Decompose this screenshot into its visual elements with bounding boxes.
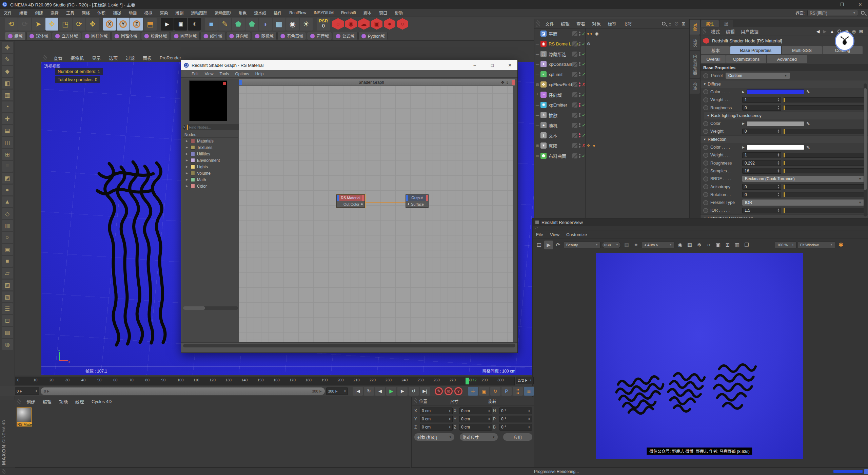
material-menu-item[interactable]: Cycles 4D bbox=[88, 399, 115, 404]
coord-mode-select[interactable]: 对象 (相对)▼ bbox=[414, 433, 454, 441]
field-button[interactable]: ⬤球体域 bbox=[26, 32, 52, 40]
model-tool-icon[interactable]: ✎ bbox=[218, 18, 231, 31]
value-field[interactable]: 0▲▼ bbox=[742, 129, 781, 134]
attribute-section-tab[interactable]: Multi-SSS bbox=[782, 46, 822, 54]
palette-tool-icon[interactable]: ◆ bbox=[2, 66, 13, 77]
param-radio[interactable] bbox=[703, 184, 708, 189]
range-start-field[interactable]: 0 F⬍ bbox=[15, 387, 39, 395]
panel-grip[interactable] bbox=[17, 399, 21, 405]
expand-triangle-icon[interactable]: ▶ bbox=[186, 139, 189, 142]
tool-icon[interactable]: ✥ bbox=[45, 18, 58, 31]
material-menu-item[interactable]: 创建 bbox=[23, 398, 39, 405]
node-category[interactable]: ▶ Volume bbox=[183, 170, 238, 176]
menu-item[interactable]: 运动图形 bbox=[211, 10, 235, 16]
menu-item[interactable]: 捕捉 bbox=[109, 10, 125, 16]
visibility-dots[interactable] bbox=[579, 113, 580, 117]
keying-button[interactable]: ✛ bbox=[468, 387, 478, 396]
tool-icon[interactable]: ✥ bbox=[86, 18, 99, 31]
palette-tool-icon[interactable]: ▦ bbox=[2, 90, 13, 100]
object-manager-menu-item[interactable]: 文件 bbox=[542, 20, 557, 27]
shader-menu-item[interactable]: Options bbox=[232, 72, 252, 76]
attribute-section-tab[interactable]: Base Properties bbox=[730, 46, 781, 54]
object-row[interactable]: — ◪ 平面 ✓ ●● ◉ bbox=[534, 28, 689, 39]
field-button[interactable]: ⬤组域 bbox=[5, 32, 26, 40]
palette-tool-icon[interactable]: ⊟ bbox=[2, 315, 13, 326]
eyedropper-icon[interactable]: ✎ bbox=[806, 145, 810, 150]
value-slider[interactable] bbox=[783, 97, 864, 102]
preview-range-slider[interactable]: 0 F 300 F bbox=[41, 387, 325, 395]
value-slider[interactable] bbox=[783, 153, 864, 158]
home-icon[interactable]: ⌂ bbox=[669, 21, 671, 26]
palette-tool-icon[interactable]: ● bbox=[2, 185, 13, 195]
object-row[interactable]: — T 文本 ✓ bbox=[534, 130, 689, 140]
output-port[interactable] bbox=[361, 203, 363, 205]
rotation-field[interactable]: 0 °⬍ bbox=[499, 424, 532, 431]
color-swatch[interactable] bbox=[747, 89, 804, 94]
expand-toggle[interactable]: ⊟ bbox=[534, 83, 540, 87]
param-radio[interactable] bbox=[703, 176, 708, 182]
expand-toggle[interactable]: — bbox=[534, 134, 540, 137]
minimize-button[interactable]: – bbox=[816, 2, 831, 7]
manager-tab[interactable]: 构造 bbox=[690, 79, 700, 94]
layer-toggle[interactable] bbox=[572, 113, 577, 118]
clear-search-icon[interactable]: ✕ bbox=[183, 125, 186, 130]
object-label[interactable]: 径向域 bbox=[549, 92, 562, 98]
visibility-dots[interactable] bbox=[579, 72, 580, 76]
record-button[interactable]: ✎ bbox=[435, 387, 443, 395]
palette-tool-icon[interactable]: ◩ bbox=[2, 173, 13, 184]
size-field[interactable]: 0 cm⬍ bbox=[459, 424, 492, 431]
object-manager-menu-item[interactable]: 编辑 bbox=[557, 20, 573, 27]
renderview-tool-icon[interactable]: ▤ bbox=[535, 241, 544, 249]
redshift-object-icon[interactable]: ● bbox=[384, 18, 395, 30]
menu-item[interactable]: 选择 bbox=[47, 10, 62, 16]
attribute-section-tab[interactable]: Advanced bbox=[767, 55, 807, 63]
param-radio[interactable] bbox=[703, 168, 708, 173]
transport-button[interactable]: ▶| bbox=[420, 387, 430, 396]
parent-icon[interactable]: ▲ bbox=[830, 29, 834, 34]
menu-item[interactable]: 文件 bbox=[0, 10, 16, 16]
history-back-icon[interactable]: ◀ bbox=[816, 29, 820, 34]
field-button[interactable]: ⬤公式域 bbox=[333, 32, 358, 40]
object-label[interactable]: xpEmitter bbox=[549, 102, 567, 108]
object-label[interactable]: 隐藏所选 bbox=[549, 51, 566, 57]
expand-triangle-icon[interactable]: ▶ bbox=[186, 178, 189, 181]
transport-button[interactable]: ◀ bbox=[375, 387, 385, 396]
material-menu-item[interactable]: 纹理 bbox=[72, 398, 88, 405]
palette-tool-icon[interactable]: ◧ bbox=[2, 78, 13, 89]
menu-item[interactable]: Redshift bbox=[337, 11, 360, 15]
keying-button[interactable]: ↻ bbox=[490, 387, 500, 396]
expand-toggle[interactable]: — bbox=[534, 32, 540, 36]
node-category[interactable]: ▶ Materials bbox=[183, 138, 238, 144]
value-field[interactable]: 0▲▼ bbox=[742, 105, 781, 111]
layer-toggle[interactable] bbox=[572, 72, 577, 77]
redshift-object-icon[interactable]: ◉ bbox=[345, 18, 357, 30]
history-forward-icon[interactable]: ▶ bbox=[823, 29, 827, 34]
layer-toggle[interactable] bbox=[572, 133, 577, 138]
shader-menu-item[interactable]: Tools bbox=[216, 72, 232, 76]
record-button[interactable]: ◎ bbox=[445, 387, 453, 395]
manager-tab[interactable]: 内容浏览器 bbox=[690, 51, 700, 78]
collapse-caret-icon[interactable]: ▼ bbox=[703, 82, 706, 86]
visibility-dots[interactable] bbox=[579, 103, 580, 107]
value-slider[interactable] bbox=[783, 192, 864, 197]
manager-tab[interactable]: 对象 bbox=[690, 20, 700, 35]
expand-triangle-icon[interactable]: ▶ bbox=[186, 165, 189, 168]
record-button[interactable]: ? bbox=[454, 387, 462, 395]
field-button[interactable]: ⬤声音域 bbox=[307, 32, 332, 40]
close-button[interactable]: ✕ bbox=[502, 63, 517, 68]
palette-tool-icon[interactable]: ◫ bbox=[2, 137, 13, 148]
scrollbar[interactable] bbox=[513, 86, 515, 342]
material-menu-item[interactable]: 编辑 bbox=[39, 398, 55, 405]
renderview-tool-icon[interactable]: ⟳ bbox=[554, 241, 563, 249]
layer-toggle[interactable] bbox=[572, 62, 577, 67]
visibility-dots[interactable] bbox=[579, 82, 580, 87]
shader-window-titlebar[interactable]: Redshift Shader Graph - RS Material – □ … bbox=[181, 60, 517, 70]
psr-coordinates-button[interactable]: PSR0 bbox=[317, 18, 330, 31]
field-button[interactable]: ⬤立方体域 bbox=[52, 32, 81, 40]
attribute-section-tab[interactable]: Overall bbox=[701, 55, 726, 63]
position-field[interactable]: 0 cm⬍ bbox=[420, 407, 453, 414]
node-category[interactable]: ▶ Color bbox=[183, 183, 238, 189]
visibility-dots[interactable] bbox=[579, 62, 580, 66]
object-label[interactable]: 布料曲面 bbox=[549, 153, 566, 159]
collapse-caret-icon[interactable]: ▼ bbox=[703, 138, 706, 141]
